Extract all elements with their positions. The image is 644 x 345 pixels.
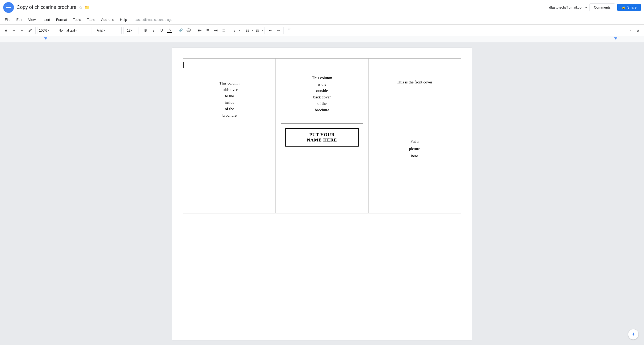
decrease-indent-button[interactable]: ⇤ — [266, 27, 274, 34]
bold-button[interactable]: B — [142, 27, 149, 34]
brochure-columns: This column folds over to the inside of … — [183, 58, 461, 213]
menu-file[interactable]: File — [2, 17, 13, 23]
numbered-list-button[interactable]: ☷ — [244, 27, 251, 34]
menu-bar: File Edit View Insert Format Tools Table… — [0, 15, 644, 25]
separator-11 — [284, 27, 284, 34]
picture-text-line2: picture — [409, 145, 420, 152]
separator-7 — [194, 27, 194, 34]
font-color-button[interactable]: A — [166, 27, 173, 34]
menu-table[interactable]: Table — [84, 17, 98, 23]
insert-link-button[interactable]: 🔗 — [177, 27, 184, 34]
increase-indent-button[interactable]: ⇥ — [274, 27, 282, 34]
user-email[interactable]: dlastutech@gmail.com ▾ — [549, 5, 587, 9]
collapse-toolbar-button[interactable]: ∧ — [634, 27, 642, 34]
menu-view[interactable]: View — [25, 17, 38, 23]
bullet-list-arrow: ▾ — [262, 29, 263, 32]
app-menu-button[interactable] — [3, 2, 14, 13]
line-spacing-arrow: ▾ — [239, 29, 240, 32]
text-cursor — [183, 62, 184, 68]
align-left-button[interactable]: ⇤ — [196, 27, 203, 34]
column-2-content: This column is the outside back cover of… — [281, 64, 363, 149]
picture-text-line3: here — [409, 152, 420, 160]
align-center-button[interactable]: ≡ — [204, 27, 211, 34]
ruler-left-margin-indicator[interactable] — [44, 37, 47, 40]
bullet-list-button[interactable]: ☶ — [254, 27, 261, 34]
picture-placeholder: Put a picture here — [409, 138, 420, 160]
font-color-letter: A — [169, 28, 171, 32]
front-cover-text: This is the front cover — [397, 80, 432, 85]
name-box[interactable]: PUT YOUR NAME HERE — [285, 128, 359, 147]
separator-10 — [265, 27, 265, 34]
align-justify-button[interactable]: ≣ — [220, 27, 227, 34]
document-title[interactable]: Copy of chiccarine brochure — [17, 5, 76, 10]
color-indicator — [167, 32, 172, 33]
brochure-column-2[interactable]: This column is the outside back cover of… — [276, 59, 368, 213]
font-dropdown[interactable]: Arial ▾ — [95, 27, 122, 34]
paragraph-style-dropdown[interactable]: Normal text ▾ — [57, 27, 91, 34]
separator-4 — [123, 27, 123, 34]
brochure-column-1[interactable]: This column folds over to the inside of … — [183, 59, 276, 213]
insert-comment-button[interactable]: 💬 — [185, 27, 192, 34]
undo-button[interactable]: ↩ — [10, 27, 18, 34]
column-1-text: This column folds over to the inside of … — [219, 80, 239, 118]
align-right-button[interactable]: ⇥ — [212, 27, 219, 34]
menu-tools[interactable]: Tools — [70, 17, 84, 23]
ruler-right-margin-indicator[interactable] — [614, 37, 617, 40]
clear-formatting-button[interactable]: ⁗ — [285, 27, 293, 34]
separator-2 — [55, 27, 55, 34]
lock-icon: 🔒 — [622, 6, 626, 9]
separator-9 — [242, 27, 242, 34]
name-box-line2: NAME HERE — [294, 137, 350, 143]
picture-text-line1: Put a — [409, 138, 420, 145]
print-button[interactable]: 🖨 — [2, 27, 10, 34]
share-button[interactable]: 🔒 Share — [617, 4, 641, 11]
line-spacing-button[interactable]: ↕ — [231, 27, 238, 34]
menu-help[interactable]: Help — [117, 17, 130, 23]
toolbar: 🖨 ↩ ↪ 🖌 100% ▾ Normal text ▾ Arial ▾ 12 … — [0, 25, 644, 36]
more-options-button[interactable]: › — [626, 27, 634, 34]
comments-button[interactable]: Comments — [589, 3, 615, 11]
menu-addons[interactable]: Add-ons — [98, 17, 117, 23]
document-area[interactable]: This column folds over to the inside of … — [0, 42, 644, 345]
italic-button[interactable]: I — [150, 27, 157, 34]
underline-button[interactable]: U — [158, 27, 165, 34]
back-cover-text: This column is the outside back cover of… — [312, 75, 332, 113]
brochure-column-3[interactable]: This is the front cover Put a picture he… — [368, 59, 461, 213]
separator-5 — [140, 27, 140, 34]
name-box-line1: PUT YOUR — [294, 132, 350, 137]
separator-3 — [93, 27, 93, 34]
zoom-dropdown[interactable]: 100% ▾ — [37, 27, 53, 34]
smart-compose-button[interactable]: ✦ — [628, 329, 639, 340]
horizontal-divider — [281, 123, 363, 124]
menu-insert[interactable]: Insert — [39, 17, 53, 23]
column-3-content: This is the front cover Put a picture he… — [374, 64, 455, 160]
numbered-list-arrow: ▾ — [252, 29, 253, 32]
last-edit-status: Last edit was seconds ago — [135, 18, 172, 22]
separator-6 — [175, 27, 175, 34]
menu-edit[interactable]: Edit — [14, 17, 25, 23]
document-page: This column folds over to the inside of … — [172, 48, 472, 340]
separator-8 — [229, 27, 229, 34]
top-bar: Copy of chiccarine brochure ☆ 📁 dlastute… — [0, 0, 644, 15]
menu-format[interactable]: Format — [53, 17, 70, 23]
folder-icon[interactable]: 📁 — [84, 5, 90, 10]
ruler — [0, 36, 644, 42]
separator-1 — [35, 27, 36, 34]
redo-button[interactable]: ↪ — [18, 27, 26, 34]
font-size-dropdown[interactable]: 12 ▾ — [125, 27, 138, 34]
paint-format-button[interactable]: 🖌 — [26, 27, 34, 34]
star-icon[interactable]: ☆ — [79, 5, 83, 10]
